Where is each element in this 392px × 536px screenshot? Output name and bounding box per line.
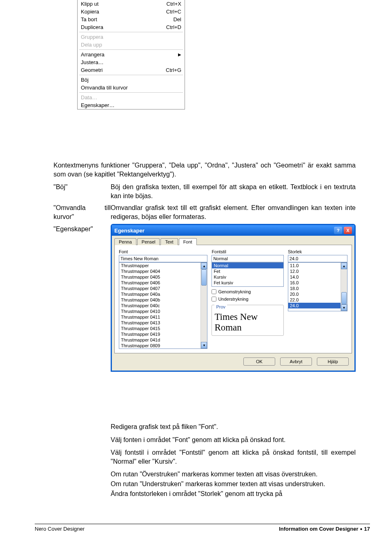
- menu-separator: [79, 32, 183, 32]
- footer-left: Nero Cover Designer: [35, 526, 85, 532]
- help-button[interactable]: Hjälp: [317, 357, 349, 366]
- underline-label: Understrykning: [218, 297, 248, 302]
- tab-pensel[interactable]: Pensel: [137, 238, 160, 245]
- menu-separator: [79, 92, 183, 93]
- font-listbox[interactable]: ThrustmapperThrustmapper 0404Thrustmappe…: [119, 262, 207, 349]
- menu-label: Klipp ut: [81, 1, 167, 7]
- menu-item[interactable]: DupliceraCtrl+D: [78, 23, 185, 31]
- list-item[interactable]: 12.0: [288, 268, 347, 274]
- list-item[interactable]: 18.0: [288, 286, 347, 291]
- list-item[interactable]: Thrustmapper 040b: [119, 297, 207, 303]
- ok-button[interactable]: OK: [243, 357, 275, 366]
- intro-paragraph: Kontextmenyns funktioner "Gruppera", "De…: [53, 161, 356, 179]
- menu-item[interactable]: Arrangera▶: [78, 51, 185, 58]
- tab-font[interactable]: Font: [179, 238, 197, 245]
- fontstyle-input[interactable]: [212, 255, 284, 262]
- scroll-up-icon[interactable]: ▲: [341, 263, 347, 269]
- menu-item[interactable]: Egenskaper…: [78, 101, 185, 109]
- definition-term: "Böj": [53, 183, 111, 200]
- list-item[interactable]: 11.0: [288, 263, 347, 268]
- context-menu: Klipp utCtrl+XKopieraCtrl+CTa bortDelDup…: [77, 0, 185, 109]
- list-item[interactable]: Thrustmapper 0415: [119, 326, 207, 331]
- menu-shortcut: Del: [173, 16, 181, 22]
- list-item[interactable]: Normal: [212, 263, 283, 268]
- lower-paragraph: Välj fonten i området "Font" genom att k…: [111, 436, 356, 444]
- menu-item[interactable]: Klipp utCtrl+X: [78, 0, 185, 8]
- list-item[interactable]: Thrustmapper 0419: [119, 331, 207, 337]
- fontstyle-listbox[interactable]: NormalFetKursivFet kursiv: [212, 262, 284, 287]
- menu-item[interactable]: Justera…: [78, 58, 185, 66]
- list-item[interactable]: Thrustmapper 040a: [119, 291, 207, 297]
- menu-label: Data…: [81, 94, 181, 100]
- menu-label: Ta bort: [81, 16, 173, 22]
- list-item[interactable]: 22.0: [288, 297, 347, 303]
- definition-desc: Böj den grafiska texten, till exempel fö…: [111, 183, 356, 200]
- list-item[interactable]: Thrustmapper 0406: [119, 280, 207, 286]
- list-item[interactable]: Thrustmapper 0411: [119, 314, 207, 320]
- strikethrough-checkbox-row[interactable]: Genomstrykning: [212, 289, 284, 294]
- list-item[interactable]: Fet: [212, 268, 283, 274]
- list-item[interactable]: Kursiv: [212, 274, 283, 280]
- strikethrough-checkbox[interactable]: [212, 289, 216, 294]
- titlebar-help-button[interactable]: ?: [334, 227, 342, 234]
- list-item[interactable]: Thrustmapper 041d: [119, 337, 207, 343]
- list-item[interactable]: Fet kursiv: [212, 280, 283, 286]
- menu-item[interactable]: Ta bortDel: [78, 16, 185, 23]
- definition-term: "Egenskaper": [53, 225, 111, 234]
- list-item[interactable]: 24.0: [288, 303, 347, 308]
- list-item[interactable]: Thrustmapper 0816: [119, 348, 207, 349]
- list-item[interactable]: Thrustmapper 0404: [119, 268, 207, 274]
- fontstyle-column: Fontstil NormalFetKursivFet kursiv Genom…: [212, 249, 284, 349]
- scroll-thumb[interactable]: [201, 269, 207, 286]
- menu-shortcut: Ctrl+D: [166, 24, 181, 30]
- list-item[interactable]: Thrustmapper 0407: [119, 286, 207, 291]
- menu-label: Justera…: [81, 59, 181, 65]
- menu-label: Egenskaper…: [81, 102, 181, 108]
- menu-item[interactable]: KopieraCtrl+C: [78, 8, 185, 16]
- menu-shortcut: Ctrl+C: [166, 9, 181, 15]
- list-item[interactable]: Thrustmapper: [119, 263, 207, 268]
- list-item[interactable]: Thrustmapper 0809: [119, 343, 207, 348]
- size-input[interactable]: [288, 255, 347, 262]
- scroll-down-icon[interactable]: ▼: [201, 342, 207, 348]
- titlebar-close-button[interactable]: X: [344, 227, 352, 234]
- list-item[interactable]: Thrustmapper 0410: [119, 308, 207, 314]
- lower-paragraph: Redigera grafisk text på fliken "Font".: [111, 422, 356, 431]
- cancel-button[interactable]: Avbryt: [280, 357, 312, 366]
- size-listbox[interactable]: 11.012.014.016.018.020.022.024.0 ▲ ▼: [288, 262, 347, 311]
- menu-item: Gruppera: [78, 33, 185, 41]
- dialog-titlebar[interactable]: Egenskaper ? X: [112, 225, 354, 236]
- list-item[interactable]: Thrustmapper 040c: [119, 303, 207, 308]
- scrollbar[interactable]: ▲ ▼: [341, 263, 347, 311]
- preview-sample: Times New Roman: [214, 312, 281, 333]
- bullet-icon: ●: [360, 527, 362, 531]
- list-item[interactable]: 14.0: [288, 274, 347, 280]
- list-item[interactable]: 20.0: [288, 291, 347, 297]
- footer-page: 17: [364, 526, 370, 532]
- scroll-thumb[interactable]: [341, 292, 347, 304]
- tab-text[interactable]: Text: [160, 238, 178, 245]
- menu-label: Gruppera: [81, 34, 181, 40]
- menu-item[interactable]: Böj: [78, 76, 185, 84]
- list-item[interactable]: Thrustmapper 0413: [119, 320, 207, 326]
- list-item[interactable]: 16.0: [288, 280, 347, 286]
- underline-checkbox[interactable]: [212, 297, 216, 302]
- font-input[interactable]: [119, 255, 207, 262]
- tab-strip: PennaPenselTextFont: [114, 238, 352, 245]
- scroll-down-icon[interactable]: ▼: [341, 304, 347, 311]
- scrollbar[interactable]: ▲ ▼: [200, 263, 207, 348]
- properties-dialog-wrap: Egenskaper ? X PennaPenselTextFont Font …: [111, 224, 356, 372]
- lower-paragraph: Om rutan "Överstruken" markeras kommer t…: [111, 470, 356, 479]
- size-column: Storlek 11.012.014.016.018.020.022.024.0…: [288, 249, 347, 349]
- menu-shortcut: Ctrl+X: [167, 1, 181, 7]
- underline-checkbox-row[interactable]: Understrykning: [212, 297, 284, 302]
- menu-item[interactable]: GeometriCtrl+G: [78, 66, 185, 74]
- tab-penna[interactable]: Penna: [114, 238, 136, 245]
- font-tab-panel: Font ThrustmapperThrustmapper 0404Thrust…: [114, 245, 352, 353]
- scroll-up-icon[interactable]: ▲: [201, 263, 207, 269]
- menu-shortcut: Ctrl+G: [166, 67, 181, 73]
- lower-paragraph: Om rutan "Understruken" markeras kommer …: [111, 480, 356, 489]
- definition-term: "Omvandla till kurvor": [53, 203, 111, 221]
- list-item[interactable]: Thrustmapper 0405: [119, 274, 207, 280]
- menu-item[interactable]: Omvandla till kurvor: [78, 84, 185, 92]
